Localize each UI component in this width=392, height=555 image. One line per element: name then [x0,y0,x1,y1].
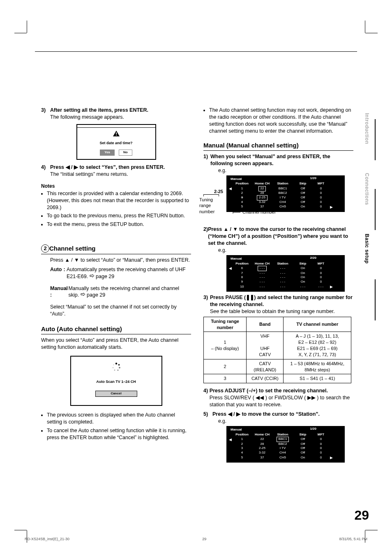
step4r-body: Press SLOW/REV ( ◀◀ ) or FWD/SLOW ( ▶▶ )… [210,394,353,408]
page-number: 29 [354,508,369,523]
right-arrow-icon: ▶ [329,284,333,289]
right-column: The Auto channel setting function may no… [203,107,353,465]
page-content: 3) After setting all the items, press EN… [41,107,353,465]
side-tab-basic-setup: Basic setup [364,234,370,264]
step1-title: When you select “Manual” and press ENTER… [210,153,353,167]
step4r-title: Press ADJUST (–/+) to set the receiving … [210,387,353,394]
svg-point-5 [119,367,120,368]
manual-setting-heading: Manual (Manual channel setting) [203,141,353,151]
page-jump-icon [81,292,85,298]
notes-list: This recorder is provided with a calenda… [41,190,191,228]
colon: : [64,266,67,280]
down-arrow-icon: ▼ [74,257,79,263]
right-arrow-icon: ▶ [74,164,78,170]
header-rule [35,51,357,52]
example-label: e.g. [218,167,353,174]
note-item: To cancel the Auto channel setting funct… [47,427,191,441]
left-arrow-icon: ◀ [66,164,70,170]
left-arrow-icon: ◀ [228,411,232,417]
osd-manual-table-2: Manual2/20 PositionHome CHStationSkipMFT… [226,255,345,292]
dialog-message: Set date and time? [77,139,155,150]
left-arrow-icon: ◀ [228,437,232,442]
step2-title: Press ▲ / ▼ to move the cursor to the re… [208,226,353,247]
step3r-body: See the table below to obtain the tuning… [210,308,353,315]
up-arrow-icon: ▲ [224,226,228,232]
callout-225: 2-25 [199,189,223,195]
down-arrow-icon: ▼ [233,226,238,232]
step-number: 5) [203,411,212,418]
example-label: e.g. [218,247,353,253]
step5-title: Press ◀ / ▶ to move the cursor to “Stati… [212,411,320,418]
side-tab-introduction: Introduction [364,113,370,144]
step-number: 3) [203,294,210,315]
svg-point-3 [115,363,117,364]
osd-manual-table-1: Manual1/20 Position Home CH Station Skip… [226,175,345,212]
svg-point-6 [117,369,118,371]
example-label: e.g. [218,418,353,424]
left-column: 3) After setting all the items, press EN… [41,107,191,465]
dialog-no-button[interactable]: No [119,150,132,156]
spinner-icon [71,362,161,373]
side-tabs: Introduction Connections Basic setup [364,113,371,292]
crop-mark [27,21,27,33]
step3r-title: Press PAUSE (❚❚) and select the tuning r… [210,294,353,308]
left-arrow-icon: ◀ [228,186,232,191]
osd-manual-table-3: Manual1/20 PositionHome CHStationSkipMFT… [226,426,345,463]
step-number: 3) [41,107,50,121]
crop-mark [14,530,27,530]
svg-point-7 [114,370,115,371]
auto-description: Automatically presets the receiving chan… [67,266,191,280]
auto-scan-label: Auto Scan TV 1–24 CH [71,379,161,384]
tuning-range-table: Tuning range number Band TV channel numb… [203,317,351,384]
auto-scan-dialog: Auto Scan TV 1–24 CH Cancel [70,356,162,406]
step3-title: After setting all the items, press ENTER… [50,107,148,114]
callout-tuning-range: Tuning range number [199,197,225,215]
right-arrow-icon: ▶ [236,411,240,417]
step4-body: The “Initial settings” menu returns. [50,171,165,178]
step4-title: Press ◀ / ▶ to select “Yes”, then press … [50,164,165,171]
note-item: The previous screen is displayed when th… [47,412,191,426]
right-arrow-icon: ▶ [329,455,333,460]
channel-setting-body: Press ▲ / ▼ to select “Auto” or “Manual”… [50,257,191,264]
note-item: To go back to the previous menu, press t… [47,212,191,219]
step-number: 4) [203,387,210,408]
notes-heading: Notes [41,183,191,189]
svg-rect-2 [116,135,117,136]
svg-point-4 [118,364,120,366]
note-item: This recorder is provided with a calenda… [47,190,191,211]
warning-icon [77,128,155,139]
note-item: To exit the menu, press the SETUP button… [47,221,191,228]
crop-mark [365,33,378,33]
select-manual-text: Select “Manual” to set the channel if no… [50,304,191,318]
auto-scan-cancel-button[interactable]: Cancel [95,391,137,397]
crop-mark [365,530,378,530]
dialog-yes-button[interactable]: Yes [100,150,115,156]
pause-icon: ❚❚ [246,295,254,300]
manual-label: Manual : [50,285,68,299]
auto-notes-list: The previous screen is displayed when th… [41,412,191,441]
side-tick [375,119,376,160]
up-arrow-icon: ▲ [65,257,69,263]
left-arrow-icon: ◀ [228,266,232,271]
footer-file: RD-XS24SB_inst(E)_21-30 [25,537,69,541]
side-tick [375,189,376,230]
manual-description: Manually sets the receiving channel and … [68,285,191,299]
step-number: 1) [203,153,210,167]
auto-setting-body: When you select “Auto” and press ENTER, … [41,337,191,351]
auto-setting-heading: Auto (Auto channel setting) [41,325,191,334]
set-date-time-dialog: Set date and time? Yes No [76,124,156,160]
side-tab-connections: Connections [364,173,370,205]
footer-page: 29 [202,537,206,541]
side-tick [375,279,376,320]
circled-number-icon: 2 [41,244,49,253]
crop-mark [14,33,27,33]
auto-label: Auto [50,266,64,280]
right-arrow-icon: ▶ [329,205,333,210]
fwd-icon: ▶▶ [307,395,316,401]
page-jump-icon [90,274,95,279]
step-number: 2) [203,226,208,247]
svg-point-8 [112,367,113,368]
step-number: 4) [41,164,50,178]
channel-setting-heading: 2Channel setting [41,244,191,254]
svg-rect-1 [116,132,117,134]
